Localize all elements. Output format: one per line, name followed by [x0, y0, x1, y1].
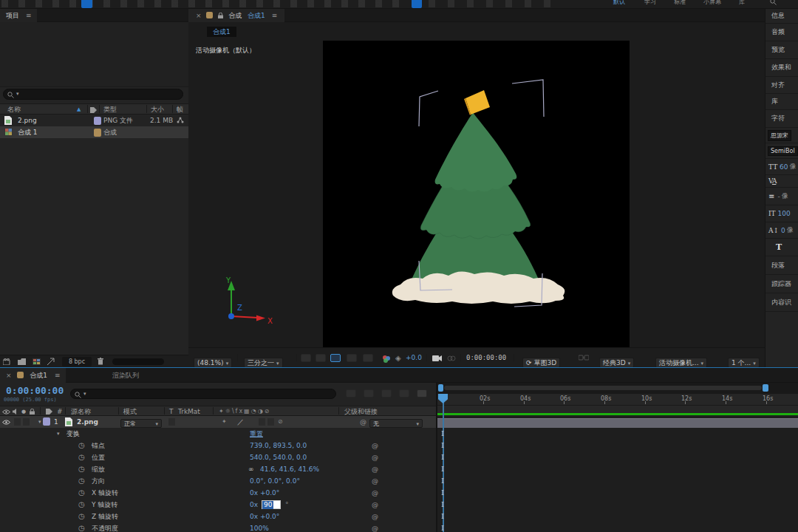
property-row-anchor[interactable]: ◷ 锚点 739.0, 893.5, 0.0 @ — [0, 440, 436, 451]
column-mode[interactable]: 模式 — [123, 406, 137, 417]
3d-layer-icon[interactable]: ⊘ — [278, 416, 283, 428]
workspace-search-icon[interactable] — [770, 0, 777, 5]
ground-plane-icon[interactable] — [579, 354, 589, 361]
project-search-input[interactable]: ▾ — [3, 89, 183, 100]
property-row-orientation[interactable]: ◷ 方向 0.0°, 0.0°, 0.0° @ — [0, 475, 436, 487]
stopwatch-icon[interactable]: ◷ — [78, 440, 85, 451]
comp-chip[interactable]: 合成1 — [207, 27, 236, 37]
mini-flowchart-icon[interactable] — [346, 389, 356, 398]
label-color-swatch[interactable] — [94, 129, 101, 137]
interpret-footage-icon[interactable] — [3, 358, 13, 365]
exposure-value[interactable]: +0.0 — [406, 348, 422, 368]
panel-tab-libraries[interactable]: 库 — [765, 94, 798, 110]
quality-icon[interactable]: ／ — [237, 416, 244, 428]
roi-icon[interactable] — [301, 354, 311, 362]
bit-depth-button[interactable]: 8 bpc — [62, 357, 92, 366]
column-parent-link[interactable]: 父级和链接 — [344, 406, 378, 417]
stopwatch-icon[interactable]: ◷ — [78, 499, 85, 511]
property-value[interactable]: 0x +0.0° — [250, 487, 279, 499]
new-folder-icon[interactable] — [18, 358, 26, 365]
layer-visibility-eye-icon[interactable] — [2, 420, 10, 425]
panel-menu-icon[interactable]: ≡ — [26, 12, 32, 19]
property-row-opacity[interactable]: ◷ 不透明度 100% @ — [0, 522, 436, 532]
navigator-end-handle[interactable] — [763, 384, 768, 392]
timeline-tab[interactable]: × 合成1 ≡ — [0, 368, 66, 383]
pickwhip-icon[interactable]: @ — [372, 475, 378, 487]
axis-mode-icon[interactable] — [412, 0, 422, 8]
stopwatch-icon[interactable]: ◷ — [78, 451, 85, 463]
guides-icon[interactable] — [347, 354, 357, 362]
timeline-navigator[interactable] — [437, 383, 798, 394]
layer-source-name[interactable]: 2.png — [77, 416, 98, 428]
hide-shy-layers-icon[interactable] — [381, 389, 392, 398]
project-panel-tab[interactable]: 项目 ≡ — [0, 9, 37, 22]
motion-blur-well[interactable] — [267, 418, 274, 426]
search-options-caret-icon[interactable]: ▾ — [16, 91, 19, 97]
column-trkmat[interactable]: TrkMat — [178, 406, 200, 417]
vertical-scale-control[interactable]: IT 100 — [765, 205, 798, 222]
navigator-start-handle[interactable] — [438, 384, 443, 392]
workspace-tab-learn[interactable]: 学习 — [644, 0, 656, 6]
layer-row[interactable]: ▾ 1 2.png 正常▾ ✦ ／ ⊘ @ 无▾ — [0, 416, 436, 428]
column-size[interactable]: 大小 — [151, 104, 164, 115]
panel-tab-audio[interactable]: 音频 — [765, 24, 798, 41]
stopwatch-icon[interactable]: ◷ — [78, 463, 85, 475]
mask-visibility-icon[interactable] — [330, 354, 341, 362]
workspace-tab-default[interactable]: 默认 — [613, 0, 625, 6]
property-value[interactable]: 0.0°, 0.0°, 0.0° — [250, 475, 300, 487]
stopwatch-icon[interactable]: ◷ — [78, 487, 85, 499]
active-comp-name[interactable]: 合成1 — [248, 12, 265, 19]
pickwhip-icon[interactable]: @ — [372, 451, 378, 463]
panel-tab-content-aware[interactable]: 内容识 — [765, 293, 798, 312]
collapse-transform-icon[interactable]: ✦ — [222, 416, 227, 428]
project-scrollbar[interactable] — [112, 358, 164, 365]
project-column-header[interactable]: 名称 ▲ 类型 大小 帧 — [0, 103, 188, 115]
pickwhip-icon[interactable]: @ — [372, 463, 378, 475]
panel-tab-align[interactable]: 对齐 — [765, 77, 798, 94]
footage-name[interactable]: 2.png — [18, 115, 37, 126]
frame-blend-icon[interactable] — [399, 389, 409, 398]
toolbar-icon-strip[interactable] — [1, 0, 400, 7]
panel-tab-preview[interactable]: 预览 — [765, 41, 798, 59]
panel-tab-paragraph[interactable]: 段落 — [765, 256, 798, 275]
reset-link[interactable]: 重置 — [250, 428, 263, 440]
time-ruler[interactable]: 0s 02s 04s 06s 08s 10s 12s 14s 16s — [437, 394, 798, 406]
property-value[interactable]: 540.0, 540.0, 0.0 — [250, 451, 307, 463]
work-area-bar[interactable] — [437, 406, 798, 413]
column-type[interactable]: 类型 — [103, 104, 117, 115]
layer-expand-caret-icon[interactable]: ▾ — [38, 416, 41, 428]
stopwatch-icon[interactable]: ◷ — [78, 511, 85, 522]
font-size-control[interactable]: TT 60 像 — [765, 159, 798, 175]
table-row[interactable]: 2.png PNG 文件 2.1 MB — [0, 115, 188, 126]
selection-tool-icon[interactable] — [81, 0, 92, 8]
index-column[interactable]: # — [57, 406, 63, 417]
pickwhip-icon[interactable]: @ — [372, 499, 378, 511]
parent-pickwhip-icon[interactable]: @ — [360, 416, 366, 428]
transparency-grid-icon[interactable] — [316, 354, 326, 362]
project-flowchart-icon[interactable] — [47, 358, 55, 366]
property-value[interactable]: 100% — [250, 522, 269, 532]
composition-viewport[interactable] — [323, 41, 630, 347]
render-queue-tab[interactable]: 渲染队列 — [112, 368, 139, 383]
audio-well[interactable] — [14, 418, 21, 426]
panel-menu-icon[interactable]: ≡ — [272, 12, 278, 19]
layer-label-swatch[interactable] — [43, 417, 50, 426]
close-icon[interactable]: × — [196, 12, 202, 19]
workspace-tab-smallscreen[interactable]: 小屏幕 — [703, 0, 721, 6]
current-timecode[interactable]: 0:00:00:00 — [6, 385, 64, 396]
property-value-prefix[interactable]: 0x — [250, 499, 258, 511]
new-composition-icon[interactable] — [33, 358, 41, 365]
graph-editor-icon[interactable] — [417, 389, 427, 398]
panel-tab-effects[interactable]: 效果和 — [765, 59, 798, 77]
panel-tab-character[interactable]: 字符 — [765, 110, 798, 128]
faux-bold-button[interactable]: T — [765, 239, 798, 256]
layer-duration-bar[interactable] — [437, 418, 798, 428]
column-name[interactable]: 名称 — [7, 104, 21, 115]
label-column-tag-icon[interactable] — [90, 107, 97, 113]
font-family-dropdown[interactable]: 思源宋 — [765, 128, 798, 143]
constrain-link-icon[interactable]: ∞ — [248, 463, 254, 475]
pickwhip-icon[interactable]: @ — [372, 487, 378, 499]
panel-tab-info[interactable]: 信息 — [765, 9, 798, 24]
lock-icon[interactable] — [218, 13, 223, 18]
stopwatch-icon[interactable]: ◷ — [78, 522, 85, 532]
